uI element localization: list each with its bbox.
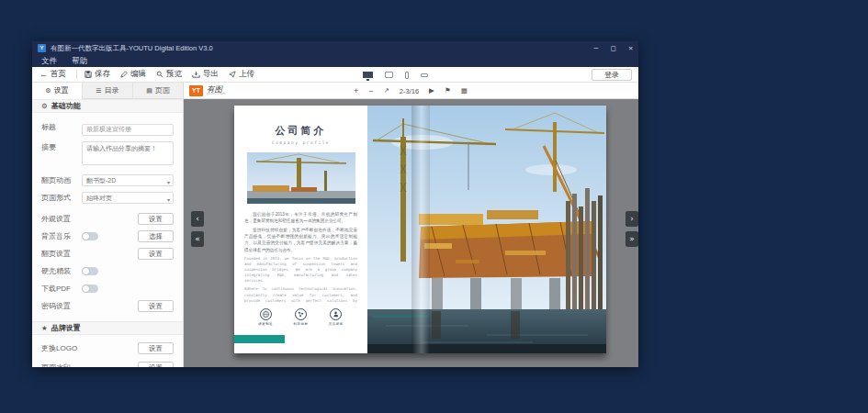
crown-icon: ★ — [41, 324, 48, 332]
tab-settings[interactable]: ⚙ 设置 — [32, 83, 82, 99]
thumbnails-grid-icon[interactable]: ▦ — [461, 83, 468, 99]
section-basic-functions: ⚙ 基础功能 — [32, 99, 183, 113]
appearance-settings-button[interactable]: 设置 — [138, 213, 174, 225]
row-watermark: 页面水印 设置 — [32, 360, 183, 368]
field-flip-animation: 翻页动画 翻书型-2D ▾ — [32, 174, 183, 186]
home-label: 首页 — [51, 69, 66, 80]
gear-icon: ⚙ — [45, 87, 51, 95]
phone-device-icon[interactable] — [405, 72, 409, 79]
body-text: 我们始创于2013年，专注于吊塔、吊机的研发生产制造，是集研发制造和销售服务为一… — [242, 209, 359, 305]
download-pdf-toggle[interactable] — [82, 285, 98, 293]
list-icon: ☰ — [96, 87, 101, 95]
export-button[interactable]: 导出 — [192, 69, 219, 80]
book-page-right-photo — [367, 106, 606, 353]
title-bar: Y 有图新一代数字出版工具-YOUTU Digital Edition V3.0… — [32, 41, 638, 55]
bookmark-icon[interactable]: ⚑ — [445, 83, 451, 99]
page-title: 公司简介 — [242, 124, 359, 138]
edit-label: 编辑 — [130, 69, 146, 80]
sidebar-tabs: ⚙ 设置 ☰ 目录 ▤ 页面 — [32, 83, 183, 99]
section-brand-settings: ★ 品牌设置 — [32, 321, 183, 335]
home-button[interactable]: ← 首页 — [39, 69, 66, 80]
paragraph-en: Founded in 2013, we focus on the R&D, pr… — [244, 256, 357, 285]
app-icon: Y — [38, 44, 46, 52]
zoom-out-button[interactable]: − — [368, 83, 373, 99]
row-appearance: 外观设置 设置 — [32, 211, 183, 227]
replace-logo-button[interactable]: 设置 — [138, 342, 174, 354]
field-summary: 摘要 — [32, 141, 183, 169]
page-indicator: 2-3/16 — [400, 87, 419, 95]
chevron-down-icon: ▾ — [167, 195, 170, 204]
page-mode-select[interactable]: 始终对页 ▾ — [82, 192, 174, 204]
title-input[interactable] — [82, 124, 174, 136]
menu-file[interactable]: 文件 — [41, 56, 57, 67]
settings-sidebar: ⚙ 设置 ☰ 目录 ▤ 页面 ⚙ 基础功能 标题 — [32, 83, 184, 367]
menu-bar: 文件 帮助 — [32, 55, 638, 67]
left-nav-group: ‹ « — [191, 211, 204, 247]
upload-button[interactable]: 上传 — [229, 69, 254, 80]
login-button[interactable]: 登录 — [592, 69, 632, 81]
row-replace-logo: 更换LOGO 设置 — [32, 340, 183, 356]
feature-item: 研发制造 — [258, 308, 273, 326]
row-flip-settings: 翻页设置 设置 — [32, 246, 183, 262]
book-spread[interactable]: 公司简介 Company profile — [234, 106, 606, 353]
pencil-icon — [120, 71, 128, 78]
save-button[interactable]: 保存 — [85, 69, 110, 80]
save-icon — [85, 71, 92, 78]
tab-pages[interactable]: ▤ 页面 — [132, 83, 183, 99]
hardcover-toggle[interactable] — [82, 267, 98, 275]
gear-icon: ⚙ — [41, 102, 48, 110]
prev-page-button[interactable]: ‹ — [191, 211, 204, 227]
zoom-in-button[interactable]: + — [354, 83, 358, 99]
save-label: 保存 — [95, 69, 110, 80]
row-bg-music: 背景音乐 选择 — [32, 229, 183, 244]
feature-item: 科技创新 — [293, 308, 308, 326]
fullscreen-icon[interactable]: ↗ — [384, 83, 389, 99]
construction-site-photo — [367, 106, 606, 353]
first-page-button[interactable]: « — [191, 231, 204, 247]
edit-button[interactable]: 编辑 — [120, 69, 146, 80]
next-page-button[interactable]: › — [626, 211, 638, 227]
right-nav-group: › » — [626, 211, 638, 247]
watermark-settings-button[interactable]: 设置 — [138, 362, 174, 368]
page-icon: ▤ — [146, 87, 152, 95]
export-label: 导出 — [203, 69, 219, 80]
bg-music-toggle[interactable] — [82, 232, 98, 240]
feature-icons-row: 研发制造 科技创新 — [242, 305, 359, 326]
paragraph-en: Adhere to continuous technological innov… — [244, 286, 357, 305]
page-subtitle: Company profile — [242, 140, 359, 145]
preview-button[interactable]: 预览 — [156, 69, 182, 80]
row-download-pdf: 下载PDF — [32, 281, 183, 296]
last-page-button[interactable]: » — [626, 231, 638, 247]
tab-contents[interactable]: ☰ 目录 — [82, 83, 132, 99]
device-preview-switcher — [363, 67, 428, 83]
toolbar-divider — [76, 70, 77, 79]
yt-logo: YT — [189, 85, 203, 96]
maximize-button[interactable]: □ — [611, 41, 615, 55]
paragraph-cn: 我们始创于2013年，专注于吊塔、吊机的研发生产制造，是集研发制造和销售服务为一… — [244, 211, 357, 224]
book-preview-area: YT 有图 youtu.com + − ↗ 2-3/16 ▶ ⚑ ▦ — [184, 83, 638, 367]
flip-animation-select[interactable]: 翻书型-2D ▾ — [82, 174, 174, 186]
preview-label: 预览 — [166, 69, 182, 80]
window-title: 有图新一代数字出版工具-YOUTU Digital Edition V3.0 — [51, 44, 213, 53]
field-page-mode: 页面形式 始终对页 ▾ — [32, 192, 183, 204]
teal-accent-bar — [234, 335, 285, 343]
phone-landscape-device-icon[interactable] — [421, 73, 428, 77]
menu-help[interactable]: 帮助 — [72, 56, 87, 67]
tablet-device-icon[interactable] — [385, 72, 393, 78]
minimize-button[interactable]: – — [594, 41, 599, 55]
back-arrow-icon: ← — [39, 70, 48, 79]
close-button[interactable]: ✕ — [628, 41, 633, 55]
flip-settings-button[interactable]: 设置 — [138, 248, 174, 260]
preview-toolbar: YT 有图 youtu.com + − ↗ 2-3/16 ▶ ⚑ ▦ — [184, 83, 638, 99]
summary-textarea[interactable] — [82, 141, 174, 165]
book-page-left: 公司简介 Company profile — [234, 106, 367, 353]
paper-plane-icon — [229, 71, 236, 78]
desktop-device-icon[interactable] — [363, 72, 373, 78]
paragraph-cn: 坚持科技持续创新，为客户不断创造价值，不断地完善产品链条，凭借不断增强的创新能力… — [244, 227, 357, 252]
password-settings-button[interactable]: 设置 — [138, 300, 174, 312]
person-icon — [330, 308, 342, 320]
autoplay-icon[interactable]: ▶ — [429, 83, 434, 99]
sidebar-body: ⚙ 基础功能 标题 摘要 翻页动画 翻书型-2D ▾ — [32, 99, 183, 367]
bg-music-choose-button[interactable]: 选择 — [138, 230, 174, 242]
inset-crane-photo — [247, 152, 355, 204]
